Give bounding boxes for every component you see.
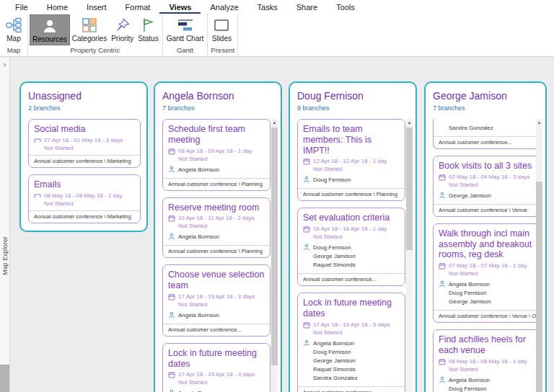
ribbon: File Home Insert Format Views Analyze Ta… [0, 0, 554, 57]
scroll-up-arrow-icon[interactable]: ▲ [271, 119, 278, 127]
resource-name-list: Doug FernisonGeorge JamisonRaquel Simond… [313, 244, 356, 270]
task-status: Not Started [313, 166, 400, 172]
slides-icon [212, 17, 231, 34]
task-card[interactable]: Social media27 Apr 18 - 01 May 18 - 3 da… [28, 119, 141, 168]
branch-count: 7 branches [162, 104, 276, 112]
task-dates-row: 10 Apr 18 - 11 Apr 18 - 2 days [168, 215, 265, 222]
ribbon-group-label-property-centric: Property Centric [28, 45, 162, 56]
resource-column: Unassigned2 branchesSocial media27 Apr 1… [19, 81, 148, 232]
map-button-label: Map [6, 35, 20, 43]
resource-name: Doug Fernison [313, 176, 351, 184]
task-card[interactable]: Emails08 May 18 - 08 May 18 - 1 dayNot S… [28, 174, 141, 223]
task-dates-row: 08 May 18 - 08 May 18 - 1 day [34, 192, 135, 200]
task-card-title: Choose venue selection team [168, 270, 265, 291]
task-topic-path: Annual customer conference... [163, 324, 270, 336]
column-scrollbar[interactable]: ▲ [536, 119, 542, 392]
task-status: Not Started [44, 200, 135, 207]
ribbon-tab-bar: File Home Insert Format Views Analyze Ta… [0, 0, 554, 14]
ribbon-group-gantt: Gantt Chart Gantt [163, 14, 208, 56]
categories-icon [80, 17, 99, 34]
person-icon [168, 166, 175, 173]
task-card[interactable]: Schedule first team meeting08 Apr 18 - 0… [162, 119, 271, 191]
task-card[interactable]: Book visits to all 3 sites02 May 18 - 04… [433, 156, 541, 217]
task-card-title: Social media [34, 124, 135, 135]
task-resources: Doug FernisonGeorge JamisonRaquel Simond… [303, 244, 400, 270]
task-topic-path: Annual customer conference \ Planning [298, 188, 405, 200]
tab-analyze[interactable]: Analyze [201, 1, 247, 14]
task-dates: 02 May 18 - 04 May 18 - 3 days [449, 174, 530, 180]
task-card[interactable]: Lock in future meeting dates17 Apr 18 - … [297, 293, 405, 392]
resource-name: Angela Bornson [178, 166, 219, 174]
task-card-title: Reserve meeting room [168, 202, 265, 213]
task-resources: Angela Bornson [168, 233, 265, 241]
task-card[interactable]: Set evaluation criteria16 Apr 18 - 16 Ap… [297, 208, 405, 286]
tab-format[interactable]: Format [116, 1, 160, 14]
resource-name-list: Angela Bornson [178, 166, 219, 174]
task-topic-path: Annual customer conference... [298, 273, 405, 285]
scrollbar-thumb[interactable] [536, 182, 542, 392]
tab-insert[interactable]: Insert [77, 1, 116, 14]
task-dates: 12 Apr 18 - 12 Apr 18 - 1 day [313, 158, 387, 164]
resource-name: George Jamison [313, 357, 358, 365]
resources-button[interactable]: Resources [30, 14, 70, 45]
resource-name: Angela Bornson [178, 233, 219, 241]
task-topic-path: Annual customer conference \ Venue \ Ons… [434, 310, 540, 322]
calendar-icon [439, 358, 446, 365]
task-card[interactable]: Emails to team members: This is IMPT!!12… [297, 119, 405, 201]
slides-button[interactable]: Slides [209, 14, 234, 45]
map-explorer-label[interactable]: Map Explorer [1, 236, 9, 275]
person-icon [40, 17, 59, 35]
priority-button[interactable]: Priority [109, 14, 136, 45]
task-dates: 08 May 18 - 08 May 18 - 1 day [449, 358, 527, 365]
task-dates: 08 Apr 18 - 09 Apr 18 - 1 day [178, 148, 252, 154]
column-scrollbar[interactable]: ▲ [271, 119, 278, 392]
person-icon [168, 311, 175, 318]
expand-panel-chevron-icon[interactable]: › [0, 58, 9, 68]
scroll-up-arrow-icon[interactable]: ▲ [406, 119, 413, 127]
task-dates: 10 Apr 18 - 11 Apr 18 - 2 days [178, 215, 255, 221]
calendar-icon [303, 321, 310, 329]
calendar-icon [303, 158, 310, 165]
ribbon-group-label-present: Present [208, 45, 237, 56]
task-card[interactable]: Lock in future meeting dates17 Apr 18 - … [162, 343, 271, 392]
tab-tools[interactable]: Tools [327, 1, 364, 14]
task-dates: 17 Apr 18 - 19 Apr 18 - 3 days [178, 293, 255, 300]
gantt-icon [176, 17, 195, 34]
task-card[interactable]: Choose venue selection team17 Apr 18 - 1… [162, 264, 271, 337]
task-resources: Sandra Gonzalez [449, 124, 535, 133]
tab-file[interactable]: File [6, 1, 38, 14]
calendar-icon [439, 174, 446, 181]
map-view-button[interactable]: Map [1, 14, 26, 45]
task-dates: 17 Apr 18 - 19 Apr 18 - 3 days [313, 321, 390, 328]
task-dates-row: 02 May 18 - 04 May 18 - 3 days [439, 174, 535, 181]
resource-name: Sandra Gonzalez [313, 374, 358, 383]
status-button[interactable]: Status [136, 14, 160, 45]
pushpin-icon [113, 17, 132, 34]
task-card[interactable]: Walk through incl main assembly and brea… [433, 223, 541, 323]
tab-home[interactable]: Home [38, 1, 77, 14]
task-dates-row: 17 Apr 18 - 19 Apr 18 - 3 days [168, 293, 265, 300]
tab-share[interactable]: Share [287, 1, 327, 14]
task-card[interactable]: Sandra GonzalezAnnual customer conferenc… [433, 119, 541, 149]
resource-name: Doug Fernison [313, 348, 358, 357]
categories-button-label: Categories [72, 35, 107, 43]
task-card[interactable]: Reserve meeting room10 Apr 18 - 11 Apr 1… [162, 197, 271, 259]
gantt-chart-button[interactable]: Gantt Chart [164, 14, 206, 45]
column-scrollbar[interactable]: ▲ [406, 119, 413, 392]
task-dates: 17 Apr 18 - 19 Apr 18 - 3 days [178, 371, 255, 378]
scroll-up-arrow-icon[interactable]: ▲ [536, 119, 542, 127]
map-explorer-panel: › Map Explorer [0, 58, 10, 392]
board: Unassigned2 branchesSocial media27 Apr 1… [10, 58, 554, 392]
scrollbar-thumb[interactable] [271, 128, 278, 365]
task-card[interactable]: Find achilles heels for each venue08 May… [433, 329, 541, 392]
resource-name: Doug Fernison [449, 289, 491, 298]
tab-tasks[interactable]: Tasks [248, 1, 287, 14]
task-resources: Doug Fernison [303, 176, 400, 184]
scrollbar-thumb[interactable] [406, 128, 413, 250]
tab-views[interactable]: Views [159, 1, 201, 14]
resource-column: George Jamison7 branchesSandra GonzalezA… [424, 81, 547, 392]
task-resources: Angela BornsonDoug FernisonGeorge Jamiso… [439, 376, 535, 392]
task-status: Not Started [178, 379, 265, 386]
categories-button[interactable]: Categories [70, 14, 109, 45]
person-icon [303, 176, 310, 183]
